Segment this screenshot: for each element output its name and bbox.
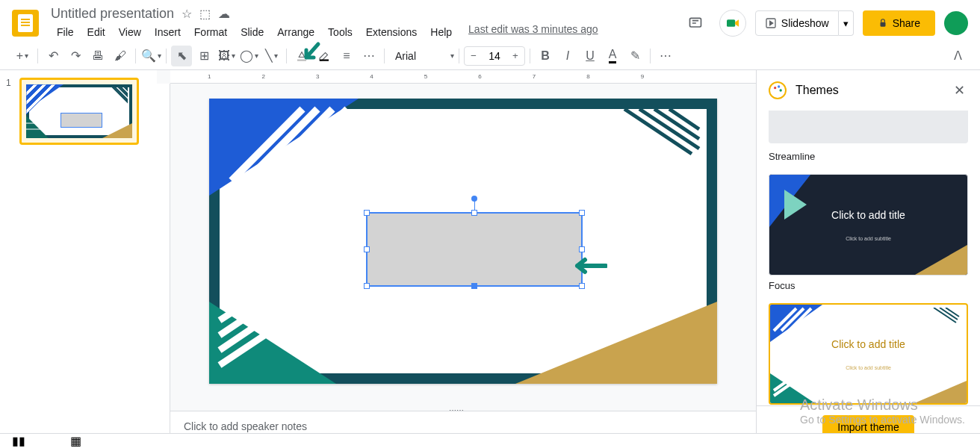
toolbar: +▾ ↶ ↷ 🖶 🖌 🔍▾ ⬉ ⊞ 🖼▾ ◯▾ ╲▾ ≡ ⋯ Arial▾ − … <box>0 42 980 70</box>
move-icon[interactable]: ⬚ <box>199 7 211 21</box>
share-button[interactable]: Share <box>863 10 935 36</box>
rotate-handle[interactable] <box>471 196 477 202</box>
font-size-increase[interactable]: + <box>506 47 524 65</box>
theme-preview-partial[interactable] <box>769 111 968 143</box>
highlight-button[interactable]: ✎ <box>624 46 645 66</box>
canvas-viewport[interactable] <box>157 84 756 406</box>
menu-extensions[interactable]: Extensions <box>360 23 423 41</box>
redo-button[interactable]: ↷ <box>65 46 86 66</box>
document-title[interactable]: Untitled presentation <box>51 6 174 22</box>
fill-color-button[interactable] <box>291 46 312 66</box>
line-tool[interactable]: ╲▾ <box>261 46 282 66</box>
textbox-tool[interactable]: ⊞ <box>193 46 214 66</box>
menu-view[interactable]: View <box>113 23 147 41</box>
print-button[interactable]: 🖶 <box>87 46 108 66</box>
menu-tools[interactable]: Tools <box>322 23 359 41</box>
meet-icon[interactable] <box>719 10 746 37</box>
border-dash-button[interactable]: ⋯ <box>359 46 379 66</box>
selected-shape[interactable] <box>366 212 583 287</box>
close-themes-button[interactable]: ✕ <box>951 79 968 102</box>
collapse-toolbar-button[interactable]: ᐱ <box>947 46 968 66</box>
resize-handle-bm[interactable] <box>471 283 477 289</box>
slides-filmstrip: 1 <box>0 70 157 448</box>
new-slide-button[interactable]: +▾ <box>12 46 33 66</box>
paint-format-button[interactable]: 🖌 <box>110 46 131 66</box>
slideshow-button[interactable]: Slideshow <box>755 10 839 36</box>
cloud-icon[interactable]: ☁ <box>218 7 230 21</box>
title-area: Untitled presentation ☆ ⬚ ☁ File Edit Vi… <box>51 6 680 41</box>
resize-handle-tr[interactable] <box>579 210 585 216</box>
border-weight-button[interactable]: ≡ <box>336 46 357 66</box>
slideshow-dropdown[interactable]: ▾ <box>839 10 854 36</box>
more-tools-button[interactable]: ⋯ <box>655 46 676 66</box>
shape-tool[interactable]: ◯▾ <box>238 46 259 66</box>
resize-handle-mr[interactable] <box>579 246 585 252</box>
bold-button[interactable]: B <box>535 46 556 66</box>
svg-point-7 <box>778 85 780 87</box>
menu-help[interactable]: Help <box>424 23 458 41</box>
font-size-control: − + <box>464 46 525 66</box>
zoom-button[interactable]: 🔍▾ <box>140 46 161 66</box>
font-family-select[interactable]: Arial▾ <box>389 47 454 65</box>
border-color-button[interactable] <box>314 46 335 66</box>
themes-header: Themes ✕ <box>757 70 980 111</box>
theme-focus[interactable]: Click to add title Click to add subtitle <box>769 174 968 276</box>
main-area: 1 123456789 <box>0 70 980 448</box>
themes-palette-icon <box>769 81 787 99</box>
theme-shift[interactable]: Click to add title Click to add subtitle <box>769 303 968 405</box>
resize-handle-tm[interactable] <box>471 210 477 216</box>
menu-arrange[interactable]: Arrange <box>271 23 320 41</box>
star-icon[interactable]: ☆ <box>182 7 192 21</box>
resize-handle-bl[interactable] <box>364 283 370 289</box>
svg-rect-4 <box>297 59 306 60</box>
italic-button[interactable]: I <box>557 46 578 66</box>
user-avatar[interactable] <box>944 11 968 35</box>
canvas-area: 123456789 <box>157 70 756 448</box>
resize-handle-br[interactable] <box>579 283 585 289</box>
slide-canvas[interactable] <box>209 99 717 384</box>
svg-point-6 <box>774 87 776 89</box>
ruler-horizontal: 123456789 <box>170 70 756 84</box>
last-edit-link[interactable]: Last edit was 3 minutes ago <box>468 23 598 41</box>
font-size-input[interactable] <box>483 50 506 62</box>
svg-rect-3 <box>880 22 885 27</box>
menu-insert[interactable]: Insert <box>149 23 187 41</box>
header: Untitled presentation ☆ ⬚ ☁ File Edit Vi… <box>0 0 980 42</box>
image-tool[interactable]: 🖼▾ <box>216 46 237 66</box>
slides-logo[interactable] <box>12 10 39 37</box>
font-size-decrease[interactable]: − <box>465 47 483 65</box>
resize-handle-tl[interactable] <box>364 210 370 216</box>
menu-edit[interactable]: Edit <box>81 23 111 41</box>
svg-rect-5 <box>320 59 329 60</box>
select-tool[interactable]: ⬉ <box>171 46 192 66</box>
comments-icon[interactable] <box>680 8 710 38</box>
themes-list[interactable]: Streamline Click to add title Click to a… <box>757 111 980 405</box>
svg-point-8 <box>780 89 782 91</box>
svg-rect-1 <box>727 19 735 27</box>
menu-bar: File Edit View Insert Format Slide Arran… <box>51 23 680 41</box>
slide-thumb-1[interactable]: 1 <box>6 78 157 145</box>
play-icon <box>765 17 777 29</box>
header-actions: Slideshow ▾ Share <box>680 8 968 38</box>
grid-view-icon[interactable]: ▦ <box>70 434 81 448</box>
menu-slide[interactable]: Slide <box>235 23 270 41</box>
text-color-button[interactable]: A <box>602 46 623 66</box>
menu-format[interactable]: Format <box>188 23 233 41</box>
menu-file[interactable]: File <box>51 23 80 41</box>
lock-icon <box>878 18 888 28</box>
filmstrip-view-icon[interactable]: ▮▮ <box>12 434 25 448</box>
resize-handle-ml[interactable] <box>364 246 370 252</box>
undo-button[interactable]: ↶ <box>43 46 63 66</box>
themes-panel: Themes ✕ Streamline Click to add title C… <box>756 70 980 448</box>
bottom-bar: ▮▮ ▦ <box>0 433 980 448</box>
underline-button[interactable]: U <box>580 46 601 66</box>
